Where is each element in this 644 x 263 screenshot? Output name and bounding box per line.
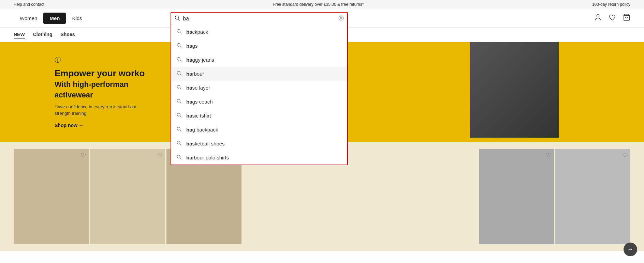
svg-line-21 (180, 130, 181, 131)
suggestion-text-bags-coach: bags coach (186, 99, 213, 105)
svg-line-7 (180, 32, 181, 33)
account-icon[interactable] (594, 14, 602, 23)
subnav-shoes[interactable]: Shoes (60, 30, 75, 39)
wishlist-button-1[interactable]: ♡ (80, 152, 86, 159)
main-header: Women Men Kids zalando (0, 9, 644, 28)
suggestion-basic-tshirt[interactable]: basic tshirt (171, 109, 347, 123)
svg-point-26 (597, 15, 599, 17)
search-clear-button[interactable] (338, 15, 344, 22)
search-input[interactable] (183, 16, 338, 22)
suggestion-search-icon-7 (177, 113, 181, 119)
svg-line-17 (180, 102, 181, 103)
product-card-2: ♡ (90, 149, 165, 244)
hero-description: Have confidence in every rep in stand-ou… (55, 104, 145, 117)
suggestion-text-bag-backpack: bag backpack (186, 127, 218, 133)
wishlist-button-4[interactable]: ♡ (546, 152, 551, 159)
suggestion-text-barbour: barbour (186, 71, 204, 77)
svg-line-13 (180, 74, 181, 75)
hero-content: ⓘ Empower your worko With high-performan… (14, 56, 145, 128)
suggestion-bag-backpack[interactable]: bag backpack (171, 123, 347, 137)
suggestion-text-base-layer: base layer (186, 85, 210, 91)
hero-subtitle-line2: activewear (55, 91, 145, 99)
suggestion-backpack[interactable]: backpack (171, 25, 347, 39)
cart-icon[interactable] (623, 14, 630, 23)
product-card-1: ♡ (14, 149, 89, 244)
suggestion-search-icon-10 (177, 155, 181, 160)
suggestion-barbour-polo-shirts[interactable]: barbour polo shirts (171, 151, 347, 165)
arrow-right-icon: → (628, 246, 633, 251)
suggestion-text-baggy-jeans: baggy jeans (186, 57, 214, 63)
suggestion-search-icon-9 (177, 141, 181, 146)
shop-now-link[interactable]: Shop now → (55, 123, 84, 128)
tab-men[interactable]: Men (43, 13, 66, 24)
wishlist-button-2[interactable]: ♡ (157, 152, 162, 159)
search-container: backpack bags baggy jeans (171, 12, 348, 26)
search-icon (175, 15, 180, 22)
search-dropdown: backpack bags baggy jeans (171, 25, 348, 165)
svg-line-19 (180, 116, 181, 117)
svg-line-23 (180, 144, 181, 145)
suggestion-search-icon-8 (177, 127, 181, 133)
product-card-5: ♡ (555, 149, 630, 244)
svg-line-25 (180, 158, 181, 159)
delivery-notice: Free standard delivery over £35.00 & fre… (273, 2, 364, 7)
suggestion-text-barbour-polo-shirts: barbour polo shirts (186, 155, 229, 160)
svg-line-2 (178, 19, 180, 21)
nav-tabs: Women Men Kids (14, 13, 88, 24)
hero-subtitle-line1: With high-performan (55, 80, 145, 89)
header-icons (594, 14, 630, 23)
suggestion-basketball-shoes[interactable]: basketball shoes (171, 137, 347, 151)
search-area: backpack bags baggy jeans (171, 12, 348, 26)
help-contact-link[interactable]: Help and contact (14, 2, 44, 7)
suggestion-barbour[interactable]: barbour (171, 67, 347, 81)
tab-kids[interactable]: Kids (66, 13, 88, 24)
suggestion-search-icon-6 (177, 99, 181, 105)
subnav-new[interactable]: NEW (14, 30, 25, 39)
subnav-clothing[interactable]: Clothing (33, 30, 53, 39)
search-input-row (171, 13, 347, 25)
svg-line-15 (180, 88, 181, 89)
info-icon: ⓘ (55, 56, 145, 64)
return-policy: 100-day return policy (592, 2, 630, 7)
top-bar: Help and contact Free standard delivery … (0, 0, 644, 9)
wishlist-button-5[interactable]: ♡ (622, 152, 628, 159)
product-card-4: ♡ (479, 149, 554, 244)
wishlist-icon[interactable] (609, 14, 616, 23)
suggestion-bags-coach[interactable]: bags coach (171, 95, 347, 109)
gym-image (470, 42, 559, 138)
suggestion-base-layer[interactable]: base layer (171, 81, 347, 95)
suggestion-bags[interactable]: bags (171, 39, 347, 53)
svg-line-9 (180, 46, 181, 47)
suggestion-search-icon-2 (177, 43, 181, 49)
hero-title: Empower your worko (55, 68, 145, 79)
suggestion-text-backpack: backpack (186, 29, 208, 35)
suggestion-search-icon-3 (177, 57, 181, 63)
suggestion-search-icon-5 (177, 85, 181, 91)
suggestion-search-icon-4 (177, 71, 181, 77)
suggestion-text-basic-tshirt: basic tshirt (186, 113, 211, 119)
suggestion-baggy-jeans[interactable]: baggy jeans (171, 53, 347, 67)
svg-line-11 (180, 60, 181, 61)
suggestion-text-basketball-shoes: basketball shoes (186, 141, 225, 146)
suggestion-text-bags: bags (186, 43, 197, 49)
suggestion-search-icon (177, 29, 181, 35)
tab-women[interactable]: Women (14, 13, 43, 24)
